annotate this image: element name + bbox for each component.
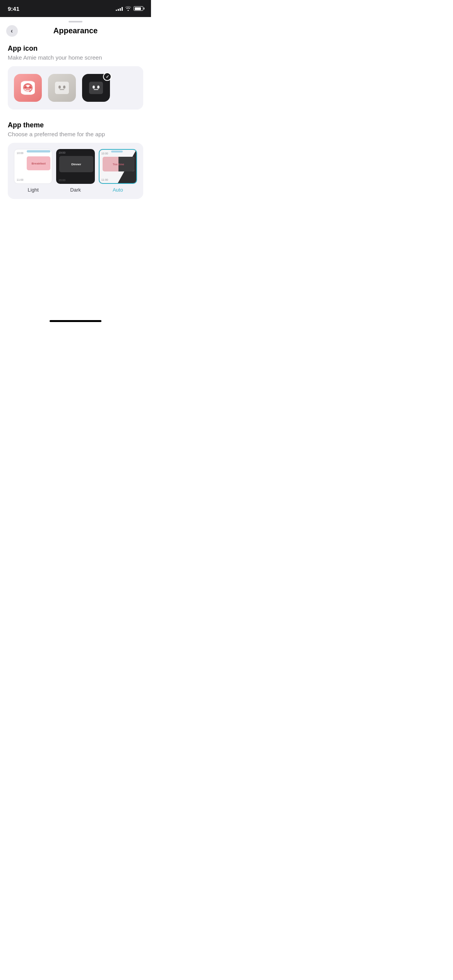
svg-point-3 [29,86,31,89]
wifi-icon [125,6,131,11]
app-icon-gray[interactable] [48,74,76,102]
home-bar [50,320,101,322]
sheet: ‹ Appearance App icon Make Amie match yo… [0,17,151,327]
battery-icon [134,6,143,11]
theme-label-dark: Dark [70,187,81,193]
svg-rect-7 [60,89,64,90]
theme-card: 10:00 Breakfast 11:00 Light 19:00 Di [8,143,143,199]
back-chevron-icon: ‹ [11,28,13,34]
icon-card: ✓ [8,66,143,110]
theme-option-dark[interactable]: 19:00 Dinner 20:00 Dark [56,149,94,193]
svg-rect-4 [26,89,30,90]
app-icon-title: App icon [8,45,143,53]
app-theme-section: App theme Choose a preferred theme for t… [8,121,143,199]
page-title: Appearance [53,26,98,35]
light-time1: 10:00 [17,152,24,154]
app-icon-pink[interactable] [14,74,42,102]
svg-point-5 [58,86,61,89]
selected-check-badge: ✓ [103,72,112,81]
light-time2: 11:00 [17,178,24,181]
theme-preview-light: 10:00 Breakfast 11:00 [14,149,52,184]
app-icon-desc: Make Amie match your home screen [8,54,143,61]
signal-icon [116,6,123,11]
theme-preview-dark: 19:00 Dinner 20:00 [56,149,94,184]
home-indicator [0,317,151,327]
svg-point-2 [24,86,27,89]
svg-point-9 [97,86,100,89]
theme-label-light: Light [28,187,39,193]
app-theme-desc: Choose a preferred theme for the app [8,131,143,137]
svg-point-8 [93,86,95,89]
back-button[interactable]: ‹ [6,25,18,37]
light-event: Breakfast [27,156,50,170]
dark-time2: 20:00 [58,179,65,182]
content: App icon Make Amie match your home scree… [0,41,151,317]
dark-time1: 19:00 [58,151,65,154]
app-icon-section: App icon Make Amie match your home scree… [8,45,143,110]
svg-rect-10 [94,89,98,90]
header: ‹ Appearance [0,25,151,41]
status-bar: 9:41 [0,0,151,17]
status-icons [116,6,143,11]
theme-option-auto[interactable]: 10:00 Tea time 11:00 Auto [99,149,137,193]
dark-event: Dinner [59,156,93,172]
theme-option-light[interactable]: 10:00 Breakfast 11:00 Light [14,149,52,193]
theme-label-auto: Auto [113,187,123,193]
svg-point-6 [63,86,65,89]
status-time: 9:41 [8,5,19,12]
drag-handle[interactable] [0,17,151,25]
theme-preview-auto: 10:00 Tea time 11:00 [99,149,137,184]
app-theme-title: App theme [8,121,143,129]
app-icon-black[interactable]: ✓ [82,74,110,102]
light-blue-bar [27,150,50,152]
